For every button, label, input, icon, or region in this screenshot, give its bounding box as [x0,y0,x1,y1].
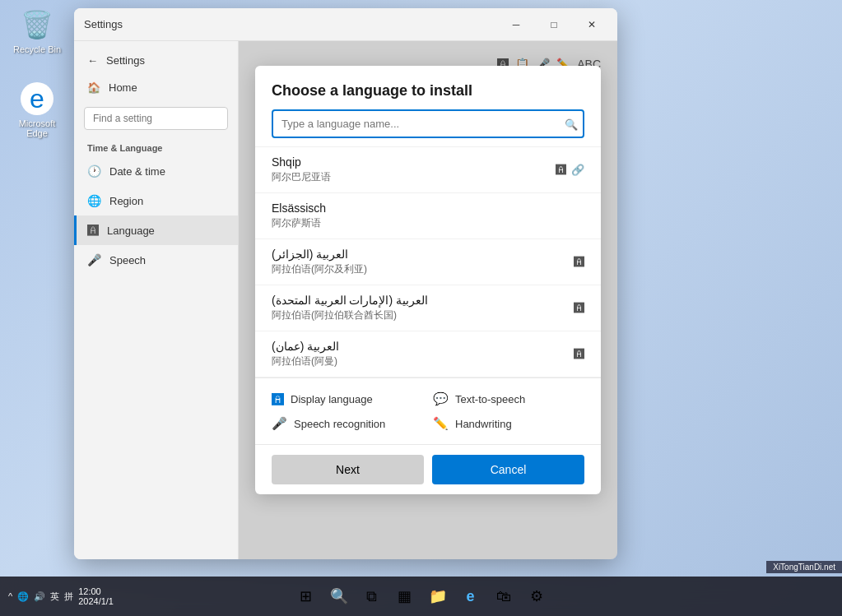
language-list-item[interactable]: Elsässisch 阿尔萨斯语 [255,193,601,239]
network-icon[interactable]: 🌐 [17,591,29,602]
settings-title: Settings [84,18,123,30]
speech-recognition-label: Speech recognition [294,418,385,430]
font-available-icon: 🅰 [574,348,584,360]
text-to-speech-label: Text-to-speech [455,393,525,405]
font-available-icon: 🅰 [556,164,566,176]
lang-feature-icons: 🅰 [574,256,584,268]
ime-label[interactable]: 英 [50,591,59,603]
dialog-search-wrapper [272,109,584,138]
lang-native-name: 阿拉伯语(阿拉伯联合酋长国) [272,308,428,322]
lang-name: Elsässisch [272,201,326,215]
lang-name: Shqip [272,155,331,169]
close-button[interactable]: ✕ [573,12,611,38]
back-arrow-icon: ← [87,54,98,67]
settings-body: ← Settings 🏠 Home Time & Language 🕐 Date… [74,41,617,559]
date-time-label: Date & time [109,165,165,178]
sidebar-search-input[interactable] [84,107,228,130]
sidebar-item-language[interactable]: 🅰 Language [74,215,238,245]
settings-sidebar: ← Settings 🏠 Home Time & Language 🕐 Date… [74,41,239,559]
dialog-features: 🅰 Display language 💬 Text-to-speech 🎤 Sp… [255,377,601,444]
language-list-item[interactable]: العربية (الإمارات العربية المتحدة) 阿拉伯语(… [255,285,601,331]
start-button[interactable]: ⊞ [291,581,321,611]
language-list-item[interactable]: العربية (الجزائر) 阿拉伯语(阿尔及利亚) 🅰 [255,239,601,285]
feature-display-language: 🅰 Display language [272,391,423,406]
volume-icon[interactable]: 🔊 [34,591,45,602]
feature-text-to-speech: 💬 Text-to-speech [433,391,584,406]
lang-native-name: 阿拉伯语(阿尔及利亚) [272,262,367,276]
sidebar-item-home[interactable]: 🏠 Home [74,73,238,102]
task-view-button[interactable]: ⧉ [357,581,387,611]
lang-feature-icons: 🅰 🔗 [556,164,584,176]
font-available-icon: 🅰 [574,302,584,314]
language-search-input[interactable] [272,109,584,138]
taskbar-right: ^ 🌐 🔊 英 拼 12:002024/1/1 [8,586,114,606]
lang-name: العربية (الجزائر) [272,248,367,261]
home-label: Home [109,81,137,94]
maximize-button[interactable]: □ [535,12,573,38]
sidebar-search-wrapper [84,107,228,130]
handwriting-label: Handwriting [455,418,512,430]
settings-titlebar: Settings ─ □ ✕ [74,8,617,41]
language-icon: 🅰 [87,224,99,237]
edge-taskbar-button[interactable]: e [456,581,486,611]
language-list: Shqip 阿尔巴尼亚语 🅰 🔗 Elsässisch 阿尔萨斯语 العربي… [255,146,601,377]
ime-mode[interactable]: 拼 [64,591,73,603]
external-icon: 🔗 [571,164,584,176]
watermark: XiTongTianDi.net [766,561,842,573]
language-list-item[interactable]: Shqip 阿尔巴尼亚语 🅰 🔗 [255,147,601,193]
home-icon: 🏠 [87,81,100,94]
edge-desktop-label: Microsoft Edge [8,118,66,138]
display-language-icon: 🅰 [272,392,284,406]
cancel-button[interactable]: Cancel [432,455,584,484]
speech-label: Speech [109,254,146,266]
handwriting-icon: ✏️ [433,416,449,431]
lang-feature-icons: 🅰 [574,348,584,360]
edge-desktop-icon[interactable]: e Microsoft Edge [8,82,66,138]
recycle-bin-icon[interactable]: 🗑️ Recycle Bin [8,8,66,54]
sidebar-item-date-time[interactable]: 🕐 Date & time [74,156,238,186]
text-to-speech-icon: 💬 [433,391,449,406]
dialog-title: Choose a language to install [272,82,584,100]
sidebar-item-speech[interactable]: 🎤 Speech [74,245,238,275]
region-label: Region [109,195,143,207]
dialog-header: Choose a language to install [255,66,601,146]
display-language-label: Display language [291,393,373,405]
minimize-button[interactable]: ─ [497,12,535,38]
clock-taskbar: 12:002024/1/1 [78,586,114,606]
lang-native-name: 阿尔萨斯语 [272,216,326,230]
store-taskbar-button[interactable]: 🛍 [489,581,519,611]
language-list-item[interactable]: العربية (عمان) 阿拉伯语(阿曼) 🅰 [255,331,601,377]
font-available-icon: 🅰 [574,256,584,268]
settings-taskbar-button[interactable]: ⚙ [522,581,551,611]
globe-icon: 🌐 [87,194,101,207]
lang-native-name: 阿尔巴尼亚语 [272,170,331,184]
recycle-bin-label: Recycle Bin [13,44,61,54]
dialog-buttons: Next Cancel [255,444,601,494]
microphone-icon: 🎤 [87,253,101,266]
lang-feature-icons: 🅰 [574,302,584,314]
settings-window: Settings ─ □ ✕ ← Settings 🏠 Home Time & … [74,8,617,559]
language-label: Language [107,225,155,237]
next-button[interactable]: Next [272,455,424,484]
widgets-button[interactable]: ▦ [390,581,420,611]
language-dialog-overlay: Choose a language to install Shqip 阿尔巴尼亚… [239,41,617,559]
sidebar-section-label: Time & Language [74,135,238,156]
sidebar-item-region[interactable]: 🌐 Region [74,186,238,215]
lang-name: العربية (الإمارات العربية المتحدة) [272,294,428,307]
speech-recognition-icon: 🎤 [272,416,287,431]
taskbar-center: ⊞ 🔍 ⧉ ▦ 📁 e 🛍 ⚙ [291,581,551,611]
taskbar: ⊞ 🔍 ⧉ ▦ 📁 e 🛍 ⚙ ^ 🌐 🔊 英 拼 12:002024/1/1 [0,577,842,616]
settings-main: 🅰 📋 🎤 ✏️ ABC English (United States) Opt… [239,41,617,559]
clock-icon: 🕐 [87,164,101,178]
tray-chevron[interactable]: ^ [8,591,12,601]
back-button[interactable]: ← Settings [74,48,238,73]
titlebar-buttons: ─ □ ✕ [497,12,611,38]
settings-back-label: Settings [106,54,145,67]
language-install-dialog: Choose a language to install Shqip 阿尔巴尼亚… [255,66,601,494]
lang-name: العربية (عمان) [272,340,339,353]
file-explorer-button[interactable]: 📁 [423,581,453,611]
taskbar-search[interactable]: 🔍 [324,581,354,611]
feature-handwriting: ✏️ Handwriting [433,416,584,431]
feature-speech-recognition: 🎤 Speech recognition [272,416,423,431]
lang-native-name: 阿拉伯语(阿曼) [272,354,339,368]
